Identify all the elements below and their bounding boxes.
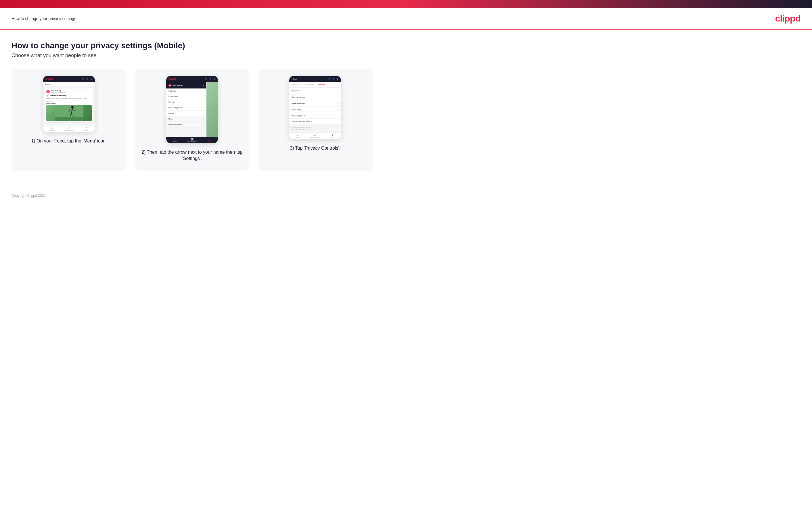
phone-2-logo: clippd [168, 77, 176, 80]
nav-performance-2: 📈 My Performance [184, 138, 201, 143]
feed-tab: Feed [43, 82, 95, 87]
menu-performance-section-label: My Performance [168, 124, 182, 125]
search-icon: 🔍 [82, 77, 85, 80]
menu-help-label: Help & Support ↗ [168, 107, 182, 109]
phone-1-header: clippd 🔍 👤 ⚙ [43, 76, 95, 82]
menu-icon-3: ≡ [332, 134, 333, 136]
version-client: Clippd Client Version: 2022.8.3-3 [292, 126, 339, 128]
home-icon-3: ⌂ [297, 134, 299, 136]
phone-1-bottom-nav: ⌂ Home 📈 My Performance ≡ Menu [43, 125, 95, 132]
feed-date: Yesterday · Sunningdale [51, 92, 66, 93]
golfer-svg [46, 105, 92, 121]
menu-expand-arrow: ∧ [202, 84, 204, 87]
menu-settings-label: Settings [168, 101, 175, 103]
search-icon-3: 🔍 [328, 77, 331, 80]
logo: clippd [775, 13, 801, 24]
feed-card: BM Blair McHarg Yesterday · Sunningdale … [45, 89, 93, 122]
menu-item-settings: Settings [166, 99, 206, 105]
settings-icon-2: ⚙ [213, 77, 216, 80]
feed-duration-value: 01 hr : 30 min [46, 103, 92, 105]
tab-settings: Settings [316, 82, 327, 87]
settings-item-privacy-policy: Service & Privacy Policy ↗ [289, 119, 341, 124]
menu-label-3: Menu [331, 137, 335, 138]
nav-performance: 📈 My Performance [60, 127, 78, 131]
settings-icon: ⚙ [90, 77, 93, 80]
data-integrations-chevron: › [338, 96, 339, 98]
user-icon-2: 👤 [209, 77, 212, 80]
back-link: < Back [292, 78, 297, 80]
phone-2-header: clippd 🔍 👤 ⚙ [166, 76, 218, 82]
nav-menu-3: ≡ Menu [324, 134, 341, 138]
nav-home-2: ⌂ Home [166, 138, 184, 143]
settings-icon-3: ⚙ [336, 77, 339, 80]
menu-item-home-section: Home ∨ [166, 116, 206, 122]
top-bar [0, 0, 812, 8]
menu-username: Blair McHarg [172, 84, 183, 86]
phone-2-icons: 🔍 👤 ⚙ [205, 77, 216, 80]
phone-3-bottom-nav: ⌂ Home 📈 My Performance ≡ Menu [289, 132, 341, 139]
main-content: How to change your privacy settings (Mob… [0, 30, 812, 188]
step-1-description: 1) On your Feed, tap the 'Menu' icon. [31, 138, 107, 144]
lesson-icon: 🏌 [46, 94, 49, 97]
home-icon: ⌂ [51, 127, 53, 129]
user-icon: 👤 [86, 77, 89, 80]
avatar: BM [46, 90, 50, 93]
settings-list: My Account › Data Integrations › Privacy… [289, 88, 341, 132]
menu-item-myprofile: My Profile [166, 89, 206, 94]
menu-connections-label: Connections [168, 96, 178, 97]
menu-close-label: Menu [208, 141, 211, 143]
tab-connections: Connections [302, 82, 316, 87]
page-title: How to change your privacy settings (Mob… [11, 41, 801, 50]
home-label-2: Home [173, 141, 176, 143]
privacy-controls-label: Privacy Controls [292, 103, 305, 104]
home-label-3: Home [296, 137, 300, 138]
feed-user-row: BM Blair McHarg Yesterday · Sunningdale [46, 90, 92, 93]
feed-duration: Duration [46, 101, 92, 102]
feed-desc: Looking to feel like my hands are exitin… [46, 98, 92, 100]
privacy-policy-label: Service & Privacy Policy ↗ [292, 120, 312, 122]
footer: Copyright Clippd 2022 [0, 188, 812, 204]
search-icon-2: 🔍 [205, 77, 208, 80]
svg-rect-1 [55, 117, 84, 121]
feed-title: Lesson with Fordy [50, 95, 66, 97]
step-2-card: clippd 🔍 👤 ⚙ [135, 69, 250, 171]
menu-item-help: Help & Support ↗ [166, 105, 206, 111]
bg-image [206, 82, 218, 137]
menu-icon: ≡ [86, 127, 87, 129]
data-integrations-label: Data Integrations [292, 96, 305, 98]
menu-overlay: BM Blair McHarg ∧ My Profile Connections [166, 82, 218, 137]
step-3-phone: < Back 🔍 👤 ⚙ My Profile Connections Sett… [289, 76, 341, 139]
tab-myprofile: My Profile [289, 82, 302, 87]
menu-home-section-label: Home [168, 118, 173, 120]
performance-icon-2: 📈 [191, 138, 194, 140]
menu-avatar: BM [168, 84, 171, 87]
performance-label-2: My Performance [187, 141, 198, 143]
privacy-controls-chevron: › [338, 102, 339, 105]
header-title: How to change your privacy settings [11, 16, 76, 21]
settings-version: Clippd Client Version: 2022.8.3-3 SQL Se… [289, 124, 341, 132]
step-3-description: 3) Tap 'Privacy Controls'. [290, 145, 341, 151]
menu-item-performance-section: My Performance ∨ [166, 122, 206, 127]
settings-item-help: Help & Support ↗ [289, 113, 341, 118]
user-icon-3: 👤 [332, 77, 335, 80]
nav-close: ✕ Menu [201, 138, 218, 143]
performance-section-chevron: ∨ [203, 123, 204, 125]
steps-container: clippd 🔍 👤 ⚙ Feed BM Blair [11, 69, 801, 171]
header: How to change your privacy settings clip… [0, 8, 812, 30]
phone-2-bottom-nav: ⌂ Home 📈 My Performance ✕ Menu [166, 137, 218, 143]
menu-label: Menu [85, 129, 88, 131]
home-section-chevron: ∨ [203, 118, 204, 120]
settings-item-myaccount: My Account › [289, 88, 341, 94]
step-2-phone: clippd 🔍 👤 ⚙ [166, 76, 218, 143]
step-2-description: 2) Then, tap the arrow next to your name… [140, 149, 244, 162]
nav-home: ⌂ Home [43, 127, 60, 131]
step-1-card: clippd 🔍 👤 ⚙ Feed BM Blair [11, 69, 126, 171]
nav-menu: ≡ Menu [78, 127, 95, 131]
settings-item-mygolfbag: My Golf Bag › [289, 107, 341, 113]
settings-tabs: My Profile Connections Settings [289, 82, 341, 88]
step-3-card: < Back 🔍 👤 ⚙ My Profile Connections Sett… [258, 69, 373, 171]
menu-panel: BM Blair McHarg ∧ My Profile Connections [166, 82, 206, 127]
settings-item-privacycontrols: Privacy Controls › [289, 100, 341, 106]
step-1-phone: clippd 🔍 👤 ⚙ Feed BM Blair [43, 76, 95, 132]
menu-logout-label: Logout [168, 112, 174, 114]
